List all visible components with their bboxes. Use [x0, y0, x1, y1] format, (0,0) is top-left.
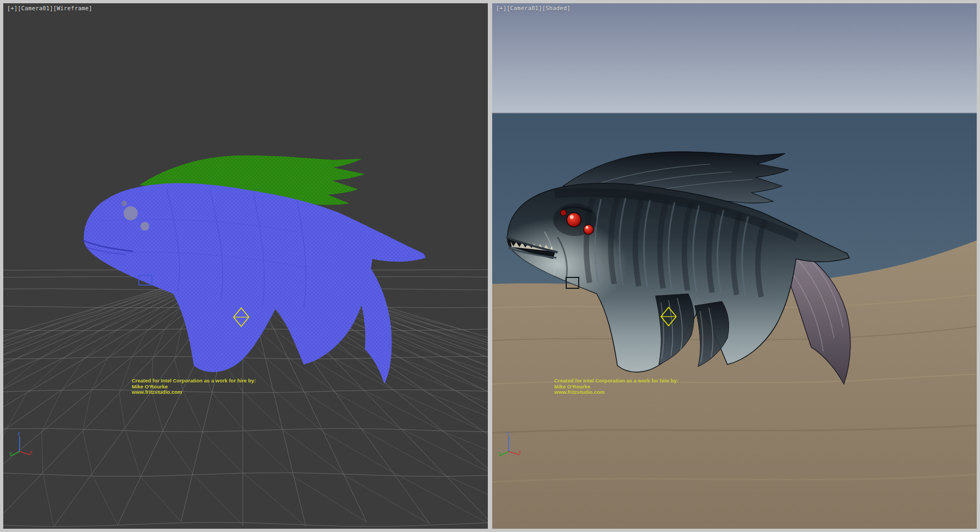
viewport-wireframe[interactable]: [+][Camera01][Wireframe] Created for Int…	[3, 3, 488, 529]
attribution-line3: www.fritzstudio.com	[554, 389, 678, 395]
world-axis-tripod: z x y	[498, 431, 522, 458]
axis-y-label: y	[498, 450, 501, 456]
axis-z-label: z	[17, 431, 20, 436]
axis-z-label: z	[506, 431, 509, 436]
scene-attribution-text: Created for Intel Corporation as a work …	[554, 378, 678, 395]
max-dual-viewport-stage: [+][Camera01][Wireframe] Created for Int…	[0, 0, 980, 532]
viewport-label-wireframe[interactable]: [+][Camera01][Wireframe]	[7, 5, 93, 11]
viewport-divider	[488, 0, 492, 532]
attribution-line3: www.fritzstudio.com	[132, 389, 256, 395]
scene-attribution-text: Created for Intel Corporation as a work …	[132, 378, 256, 395]
viewport-shaded[interactable]: [+][Camera01][Shaded] Created for Intel …	[492, 3, 977, 529]
axis-x-label: x	[518, 449, 522, 455]
sky	[492, 3, 977, 113]
viewport-label-shaded[interactable]: [+][Camera01][Shaded]	[496, 5, 571, 11]
axis-x-label: x	[29, 449, 33, 455]
shaded-scene-canvas[interactable]	[492, 3, 977, 529]
fish-model-wireframe[interactable]	[83, 156, 426, 384]
wireframe-scene-canvas[interactable]	[3, 3, 488, 529]
world-axis-tripod: z x y	[9, 431, 33, 458]
axis-y-label: y	[9, 450, 13, 456]
